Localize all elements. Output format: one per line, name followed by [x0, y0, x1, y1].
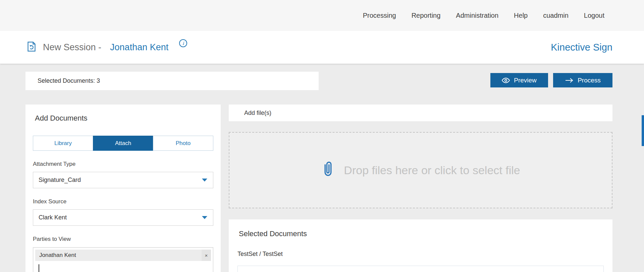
- add-documents-panel: Add Documents Library Attach Photo Attac…: [25, 105, 221, 272]
- top-navigation: Processing Reporting Administration Help…: [0, 0, 644, 31]
- attachment-type-value: Signature_Card: [39, 177, 81, 184]
- selected-documents-panel: Selected Documents TestSet / TestSet Dem…: [229, 219, 612, 272]
- index-source-label: Index Source: [33, 198, 213, 205]
- party-tag: Jonathan Kent ×: [35, 250, 211, 261]
- process-button-label: Process: [578, 77, 601, 84]
- selected-documents-count: Selected Documents: 3: [38, 77, 100, 84]
- info-icon[interactable]: i: [179, 39, 187, 47]
- attachment-type-select[interactable]: Signature_Card: [33, 172, 213, 188]
- scrollbar-thumb[interactable]: [642, 115, 644, 146]
- nav-item-processing[interactable]: Processing: [363, 12, 396, 19]
- tab-attach[interactable]: Attach: [93, 136, 153, 151]
- selected-documents-title: Selected Documents: [239, 219, 604, 238]
- add-documents-tabs: Library Attach Photo: [33, 136, 213, 151]
- attachment-type-label: Attachment Type: [33, 161, 213, 167]
- preview-button[interactable]: Preview: [490, 73, 548, 87]
- document-row: Demo Guaranty Agreement DV: [237, 266, 604, 272]
- page-header: New Session - Jonathan Kent i Kinective …: [0, 31, 644, 64]
- parties-to-view-input[interactable]: Jonathan Kent ×: [33, 247, 213, 272]
- add-documents-title: Add Documents: [35, 105, 213, 123]
- page-title: New Session -: [43, 42, 101, 53]
- add-files-bar: Add file(s): [229, 105, 612, 121]
- text-cursor: [39, 264, 39, 272]
- selected-documents-count-bar: Selected Documents: 3: [25, 72, 319, 90]
- brand-title: Kinective Sign: [551, 42, 612, 53]
- file-dropzone[interactable]: Drop files here or click to select file: [229, 132, 612, 208]
- parties-to-view-label: Parties to View: [33, 236, 213, 243]
- index-source-select[interactable]: Clark Kent: [33, 209, 213, 226]
- remove-party-icon[interactable]: ×: [202, 250, 211, 261]
- preview-button-label: Preview: [514, 77, 537, 84]
- session-name-link[interactable]: Jonathan Kent: [110, 42, 168, 53]
- tab-photo[interactable]: Photo: [153, 136, 213, 151]
- paperclip-icon: [321, 160, 335, 180]
- document-group-label: TestSet / TestSet: [237, 251, 604, 258]
- chevron-down-icon: [202, 177, 208, 184]
- nav-item-logout[interactable]: Logout: [584, 12, 604, 19]
- chevron-down-icon: [202, 214, 208, 221]
- dropzone-text: Drop files here or click to select file: [344, 164, 520, 177]
- index-source-value: Clark Kent: [39, 214, 67, 221]
- process-button[interactable]: Process: [553, 73, 612, 87]
- nav-item-user[interactable]: cuadmin: [543, 12, 569, 19]
- session-history-icon: [25, 41, 38, 54]
- eye-icon: [502, 76, 510, 84]
- nav-item-help[interactable]: Help: [514, 12, 528, 19]
- nav-item-administration[interactable]: Administration: [456, 12, 498, 19]
- nav-item-reporting[interactable]: Reporting: [412, 12, 441, 19]
- tab-library[interactable]: Library: [33, 136, 93, 151]
- add-files-label: Add file(s): [244, 110, 271, 117]
- party-tag-label: Jonathan Kent: [35, 252, 76, 259]
- arrow-right-icon: [565, 77, 574, 84]
